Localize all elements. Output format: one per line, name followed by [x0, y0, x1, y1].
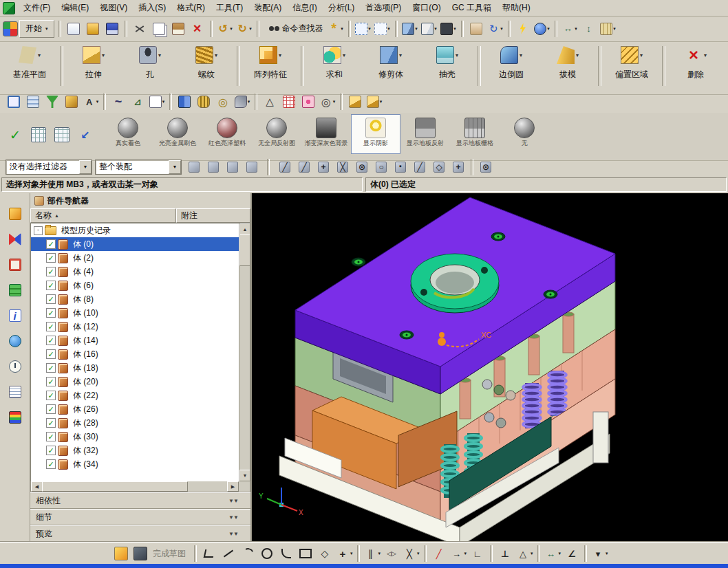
highlight-selection-button[interactable] [184, 157, 204, 177]
scrollbar-thumb[interactable] [42, 481, 188, 492]
tree-row[interactable]: 体 (20) [31, 375, 250, 389]
snap-existing-point-button[interactable] [391, 157, 410, 177]
palette-button[interactable] [6, 408, 25, 427]
dropdown-arrow-icon[interactable]: ▾ [559, 551, 561, 556]
dropdown-arrow-icon[interactable]: ▾ [158, 52, 161, 58]
mirror-curve-button[interactable] [382, 544, 401, 563]
spring-button[interactable] [194, 92, 213, 111]
copy-button[interactable] [149, 19, 169, 39]
dropdown-arrow-icon[interactable]: ▾ [613, 26, 616, 32]
rectangle-button[interactable] [296, 544, 315, 563]
dropdown-arrow-icon[interactable]: ▾ [575, 26, 577, 32]
feature-button[interactable]: ▾ 拉伸 [65, 45, 122, 80]
washer-button[interactable] [213, 92, 233, 111]
checkbox-checked-icon[interactable] [46, 267, 56, 276]
dropdown-arrow-icon[interactable]: ▾ [96, 99, 99, 105]
rapid-dimension-button[interactable]: ▾ [543, 544, 563, 563]
intersection-curve-button[interactable]: ▾ [401, 544, 421, 563]
dropdown-arrow-icon[interactable]: ▾ [230, 26, 233, 32]
feature-button[interactable]: ▾ 修剪体 [363, 45, 419, 80]
undo-button[interactable]: ▾ [215, 19, 235, 39]
feature-button[interactable]: ▾ 删除 [667, 45, 724, 80]
dropdown-arrow-icon[interactable]: ▾ [162, 99, 165, 105]
rings-button[interactable]: ▾ [318, 92, 337, 111]
triangle-button[interactable] [260, 92, 279, 111]
dropdown-arrow-icon[interactable]: ▾ [215, 52, 217, 58]
navigator-section[interactable]: 细节 [30, 509, 250, 525]
checkbox-checked-icon[interactable] [46, 349, 56, 359]
quick-trim-button[interactable] [429, 544, 449, 563]
dropdown-arrow-icon[interactable]: ▾ [279, 52, 281, 58]
feature-button[interactable]: ▾ 基准平面 [1, 45, 58, 80]
matrix-grid2-button[interactable] [52, 125, 72, 144]
checkbox-checked-icon[interactable] [46, 294, 56, 304]
checkbox-checked-icon[interactable] [46, 308, 56, 318]
render-style-button[interactable]: 显示阴影 [351, 114, 400, 154]
checkbox-checked-icon[interactable] [46, 391, 56, 400]
tree-row[interactable]: 体 (28) [31, 416, 250, 430]
line-button[interactable] [219, 544, 238, 563]
make-corner-button[interactable] [468, 544, 487, 563]
dropdown-arrow-icon[interactable]: ▾ [102, 52, 105, 58]
menu-item[interactable]: 装配(A) [248, 0, 287, 16]
dark-cube-button[interactable]: ▾ [439, 19, 458, 39]
nav-back-button[interactable] [76, 125, 95, 144]
tree-row[interactable]: 体 (6) [31, 278, 250, 292]
angle-dimension-button[interactable] [562, 544, 581, 563]
selection-filter-combobox[interactable]: 没有选择过滤器 ▼ [6, 160, 92, 175]
dropdown-arrow-icon[interactable]: ▾ [399, 52, 402, 58]
start-button[interactable]: 开始 ▾ [19, 20, 54, 38]
auto-constrain-button[interactable]: ▾ [515, 544, 535, 563]
point-button[interactable]: ▾ [334, 544, 354, 563]
render-style-button[interactable]: 显示地板栅格 [450, 114, 500, 154]
tree-row[interactable]: 体 (14) [31, 334, 250, 347]
dropdown-arrow-icon[interactable]: ▾ [248, 99, 250, 105]
clip-button[interactable]: ▾ [233, 92, 252, 111]
dropdown-arrow-icon[interactable]: ▾ [453, 26, 456, 32]
matrix-grid-button[interactable] [29, 125, 48, 144]
more-sketch-tools-button[interactable]: ▾ [590, 544, 610, 563]
tree-root-row[interactable]: 模型历史记录 [31, 223, 250, 237]
open-file-button[interactable] [83, 19, 103, 39]
sparkle-button[interactable]: ▾ [326, 19, 345, 39]
tree-row[interactable]: 体 (30) [31, 430, 250, 444]
menu-item[interactable]: 文件(F) [18, 0, 56, 16]
feature-button[interactable]: ▾ 孔 [122, 45, 178, 80]
constraint-navigator-button[interactable] [6, 230, 25, 249]
render-style-button[interactable]: 无全局反射图 [252, 114, 301, 154]
tree-row[interactable]: 体 (26) [31, 402, 250, 416]
offset-curve-button[interactable]: ▾ [363, 544, 383, 563]
visibility-button[interactable] [43, 92, 62, 111]
dropdown-arrow-icon[interactable]: ▾ [531, 551, 533, 556]
render-style-button[interactable]: 无 [500, 114, 549, 154]
dropdown-arrow-icon[interactable]: ▾ [341, 26, 343, 32]
dashed-rect-button[interactable]: ▾ [373, 19, 392, 39]
datum-dimension-button[interactable]: ▾ [560, 19, 579, 39]
render-style-button[interactable]: 红色亮泽塑料 [202, 114, 252, 154]
section-expand-icon[interactable] [222, 531, 245, 537]
checkbox-checked-icon[interactable] [46, 418, 56, 428]
menu-item[interactable]: GC 工具箱 [447, 0, 497, 16]
menu-item[interactable]: 工具(T) [211, 0, 248, 16]
tree-row[interactable]: 体 (8) [31, 292, 250, 306]
dropdown-arrow-icon[interactable]: ▾ [606, 551, 608, 556]
scroll-down-icon[interactable]: ▼ [239, 470, 250, 481]
dropdown-arrow-icon[interactable]: ▾ [456, 52, 458, 58]
dropdown-arrow-icon[interactable]: ▾ [343, 52, 345, 58]
dropdown-arrow-icon[interactable]: ▾ [378, 551, 381, 556]
blue-gear-button[interactable]: ▾ [533, 19, 552, 39]
tree-row[interactable]: 体 (16) [31, 347, 250, 361]
tree-row[interactable]: 体 (4) [31, 265, 250, 278]
notes-button[interactable] [6, 382, 25, 402]
finish-sketch-button[interactable] [111, 544, 131, 563]
feature-button[interactable]: ▾ 抽壳 [419, 45, 475, 80]
checkbox-checked-icon[interactable] [46, 377, 56, 386]
save-button[interactable] [103, 19, 122, 39]
checkbox-checked-icon[interactable] [46, 459, 56, 469]
history-button[interactable] [6, 357, 25, 376]
feature-button[interactable]: ▾ 螺纹 [178, 45, 235, 80]
redo-button[interactable]: ▾ [235, 19, 254, 39]
dropdown-arrow-icon[interactable]: ▾ [464, 551, 467, 556]
dropdown-arrow-icon[interactable]: ▾ [640, 52, 643, 58]
tree-row[interactable]: 体 (22) [31, 389, 250, 402]
